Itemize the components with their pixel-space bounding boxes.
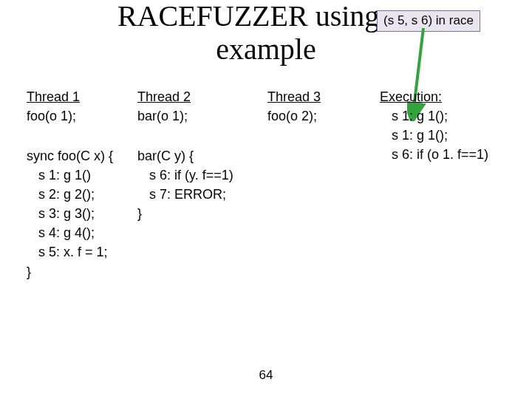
thread1-block: Thread 1 foo(o 1);	[27, 87, 137, 126]
thread3-heading: Thread 3	[267, 87, 364, 106]
title-line2: example	[216, 33, 316, 66]
bar-s6: s 6: if (y. f==1)	[137, 166, 285, 185]
foo-s5: s 5: x. f = 1;	[27, 242, 130, 262]
foo-s4: s 4: g 4();	[27, 223, 130, 242]
bar-body: bar(C y) { s 6: if (y. f==1) s 7: ERROR;…	[137, 146, 285, 223]
thread1-heading: Thread 1	[27, 87, 137, 106]
exec-step-3: s 6: if (o 1. f==1)	[380, 145, 528, 164]
foo-close: }	[27, 262, 130, 282]
foo-body: sync foo(C x) { s 1: g 1() s 2: g 2(); s…	[27, 146, 130, 282]
thread3-call: foo(o 2);	[267, 106, 364, 126]
title-line1: RACEFUZZER using an	[117, 0, 415, 33]
thread2-call: bar(o 1);	[137, 106, 278, 126]
thread1-call: foo(o 1);	[27, 106, 137, 126]
bar-s7: s 7: ERROR;	[137, 185, 285, 204]
execution-block: Execution: s 1: g 1(); s 1: g 1(); s 6: …	[380, 87, 528, 164]
foo-s1: s 1: g 1()	[27, 166, 130, 185]
foo-s3: s 3: g 3();	[27, 204, 130, 223]
race-badge: (s 5, s 6) in race	[377, 10, 480, 32]
execution-heading: Execution:	[380, 87, 528, 106]
thread3-block: Thread 3 foo(o 2);	[267, 87, 364, 126]
bar-close: }	[137, 204, 285, 223]
page-number: 64	[0, 368, 532, 383]
thread2-block: Thread 2 bar(o 1);	[137, 87, 278, 126]
slide: RACEFUZZER using an example (s 5, s 6) i…	[0, 0, 532, 399]
foo-sig: sync foo(C x) {	[27, 146, 130, 166]
exec-step-1: s 1: g 1();	[380, 106, 528, 126]
foo-s2: s 2: g 2();	[27, 185, 130, 204]
bar-sig: bar(C y) {	[137, 146, 285, 166]
exec-step-2: s 1: g 1();	[380, 126, 528, 145]
thread2-heading: Thread 2	[137, 87, 278, 106]
